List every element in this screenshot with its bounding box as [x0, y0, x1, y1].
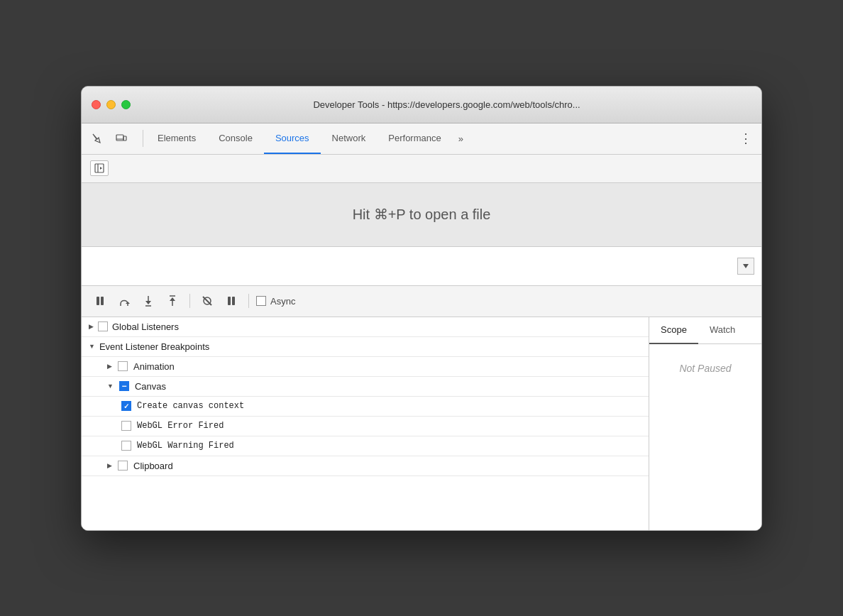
debug-toolbar: Async: [82, 286, 761, 317]
svg-rect-7: [97, 297, 99, 305]
tab-console[interactable]: Console: [207, 123, 264, 154]
svg-rect-21: [232, 297, 235, 305]
watch-tab[interactable]: Watch: [698, 317, 746, 344]
panel-toggle-button[interactable]: [90, 160, 109, 176]
maximize-button[interactable]: [121, 100, 131, 109]
svg-marker-9: [126, 302, 130, 304]
webgl-error-checkbox[interactable]: [121, 421, 131, 431]
svg-rect-0: [116, 135, 123, 141]
open-file-hint: Hit ⌘+P to open a file: [353, 206, 491, 223]
clipboard-checkbox[interactable]: [118, 461, 128, 471]
canvas-triangle: ▼: [107, 383, 114, 390]
canvas-item[interactable]: ▼ − Canvas: [82, 377, 649, 397]
toolbar-divider: [143, 130, 143, 147]
animation-label: Animation: [133, 361, 175, 372]
canvas-label: Canvas: [135, 381, 166, 392]
global-listeners-checkbox[interactable]: [98, 321, 108, 331]
global-listeners-label: Global Listeners: [112, 321, 179, 332]
canvas-checkbox[interactable]: −: [119, 381, 129, 391]
window-title: Developer Tools - https://developers.goo…: [142, 99, 751, 110]
svg-rect-8: [101, 297, 104, 305]
event-listener-triangle: ▼: [89, 343, 95, 350]
tab-options-button[interactable]: ⋮: [736, 128, 756, 148]
devtools-window: Developer Tools - https://developers.goo…: [81, 86, 762, 531]
svg-rect-1: [123, 136, 126, 141]
svg-marker-5: [100, 167, 102, 170]
create-canvas-item[interactable]: ✓ Create canvas context: [82, 397, 649, 417]
tab-sources[interactable]: Sources: [264, 123, 321, 154]
scope-tab[interactable]: Scope: [649, 317, 698, 344]
content-area: Hit ⌘+P to open a file: [82, 155, 761, 530]
async-label-text: Async: [270, 296, 295, 307]
webgl-warning-label: WebGL Warning Fired: [137, 441, 234, 451]
global-listeners-triangle: ▶: [89, 323, 94, 330]
svg-rect-20: [228, 297, 231, 305]
not-paused-text: Not Paused: [649, 351, 761, 385]
event-listener-label: Event Listener Breakpoints: [99, 341, 209, 352]
dropdown-button[interactable]: [737, 258, 754, 275]
step-into-button[interactable]: [138, 291, 158, 311]
webgl-warning-item[interactable]: WebGL Warning Fired: [82, 436, 649, 456]
close-button[interactable]: [92, 100, 101, 109]
clipboard-triangle: ▶: [107, 462, 112, 469]
tab-elements[interactable]: Elements: [146, 123, 207, 154]
minimize-button[interactable]: [106, 100, 116, 109]
tab-more-button[interactable]: »: [453, 123, 469, 154]
svg-line-18: [203, 297, 211, 305]
sources-toolbar: [82, 155, 761, 183]
open-file-area: Hit ⌘+P to open a file: [82, 183, 761, 247]
debug-divider-1: [189, 294, 190, 308]
code-area: [82, 247, 761, 286]
tab-performance[interactable]: Performance: [377, 123, 452, 154]
debug-divider-2: [248, 294, 249, 308]
create-canvas-checkbox[interactable]: ✓: [121, 401, 131, 411]
right-panel-tabs: Scope Watch: [649, 317, 761, 344]
svg-marker-13: [145, 301, 151, 304]
inspect-icon[interactable]: [87, 128, 107, 148]
bottom-panel: ▶ Global Listeners ▼ Event Listener Brea…: [82, 317, 761, 530]
device-toolbar-icon[interactable]: [111, 128, 131, 148]
webgl-warning-checkbox[interactable]: [121, 441, 131, 451]
clipboard-item[interactable]: ▶ Clipboard: [82, 456, 649, 476]
pause-on-exceptions-button[interactable]: [221, 291, 241, 311]
create-canvas-label: Create canvas context: [137, 401, 244, 411]
webgl-error-item[interactable]: WebGL Error Fired: [82, 417, 649, 436]
async-toggle[interactable]: Async: [256, 296, 295, 307]
event-listener-header[interactable]: ▼ Event Listener Breakpoints: [82, 337, 649, 357]
step-out-button[interactable]: [162, 291, 182, 311]
animation-triangle: ▶: [107, 363, 112, 370]
async-checkbox[interactable]: [256, 296, 266, 306]
animation-checkbox[interactable]: [118, 361, 128, 371]
clipboard-label: Clipboard: [133, 461, 173, 471]
pause-button[interactable]: [90, 291, 110, 311]
right-panel: Scope Watch Not Paused: [649, 317, 761, 530]
animation-item[interactable]: ▶ Animation: [82, 357, 649, 377]
left-panel: ▶ Global Listeners ▼ Event Listener Brea…: [82, 317, 649, 530]
title-bar: Developer Tools - https://developers.goo…: [82, 87, 761, 123]
svg-marker-6: [743, 264, 749, 268]
svg-rect-3: [95, 164, 104, 172]
global-listeners-header[interactable]: ▶ Global Listeners: [82, 317, 649, 337]
webgl-error-label: WebGL Error Fired: [137, 421, 224, 431]
svg-marker-16: [170, 297, 175, 301]
step-over-button[interactable]: [114, 291, 134, 311]
deactivate-breakpoints-button[interactable]: [197, 291, 217, 311]
toolbar-icons: [87, 128, 131, 148]
tab-bar: Elements Console Sources Network Perform…: [82, 123, 761, 155]
traffic-lights: [92, 100, 131, 109]
tab-network[interactable]: Network: [321, 123, 378, 154]
